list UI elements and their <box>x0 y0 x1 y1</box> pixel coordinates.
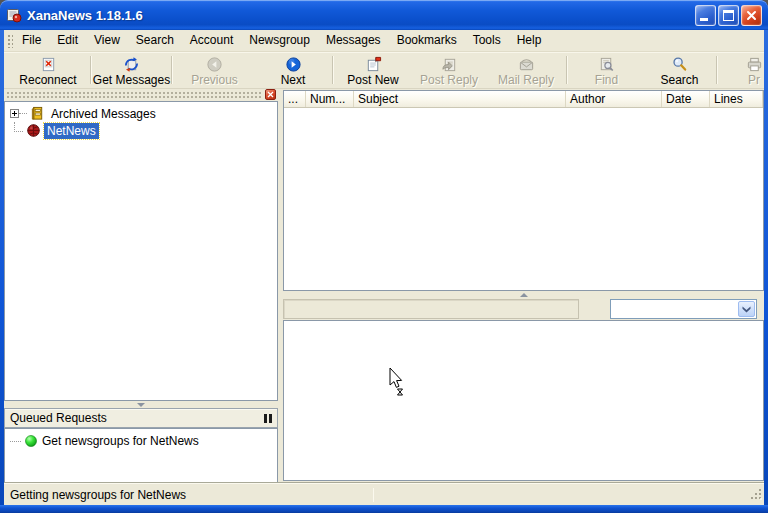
menu-messages[interactable]: Messages <box>318 30 389 51</box>
menubar-gripper[interactable] <box>6 33 13 48</box>
post-new-icon <box>365 56 382 73</box>
collapse-down-icon <box>137 403 145 407</box>
column-header-date[interactable]: Date <box>662 91 710 107</box>
app-icon <box>6 7 22 23</box>
tree-item-netnews[interactable]: NetNews <box>5 122 277 139</box>
green-ball-icon <box>25 435 37 447</box>
title-bar[interactable]: XanaNews 1.18.1.6 <box>0 0 768 30</box>
menu-file[interactable]: File <box>14 30 49 51</box>
message-list: ... Num... Subject Author Date Lines <box>283 90 764 291</box>
column-header-flags[interactable]: ... <box>284 91 306 107</box>
menu-bar: File Edit View Search Account Newsgroup … <box>4 30 764 52</box>
tree-item-label[interactable]: NetNews <box>44 123 99 139</box>
reconnect-button[interactable]: Reconnect <box>7 52 89 88</box>
toolbar-separator <box>171 56 173 84</box>
find-icon <box>598 56 615 73</box>
window-bottom-border <box>0 505 768 513</box>
close-button[interactable] <box>741 5 762 26</box>
maximize-icon <box>723 10 734 21</box>
menu-account[interactable]: Account <box>182 30 241 51</box>
mouse-cursor-icon <box>388 367 406 400</box>
client-area: Archived Messages NetNews Queued Reque <box>4 89 764 483</box>
next-icon <box>285 56 302 73</box>
previous-icon <box>206 56 223 73</box>
archive-icon <box>30 106 45 121</box>
menu-help[interactable]: Help <box>509 30 550 51</box>
reconnect-icon <box>40 56 57 73</box>
column-header-number[interactable]: Num... <box>306 91 354 107</box>
toolbar-separator <box>716 56 718 84</box>
queued-panel-splitter[interactable] <box>4 401 278 408</box>
get-messages-button[interactable]: Get Messages <box>93 52 170 88</box>
newsgroup-combobox[interactable] <box>610 299 757 319</box>
minimize-button[interactable] <box>695 5 716 26</box>
folder-tree: Archived Messages NetNews <box>4 101 278 401</box>
menu-view[interactable]: View <box>86 30 128 51</box>
toolbar-separator <box>90 56 92 84</box>
menu-edit[interactable]: Edit <box>49 30 86 51</box>
post-new-button[interactable]: Post New <box>335 52 411 88</box>
queued-requests-list: Get newsgroups for NetNews <box>4 428 278 483</box>
tree-item-label[interactable]: Archived Messages <box>48 106 159 122</box>
header-info-panel <box>283 299 579 319</box>
folder-panel-close-button[interactable] <box>265 89 276 100</box>
tree-item-archived-messages[interactable]: Archived Messages <box>5 105 277 122</box>
previous-button: Previous <box>174 52 255 88</box>
toolbar-separator <box>566 56 568 84</box>
mail-reply-button: Mail Reply <box>487 52 565 88</box>
pause-icon[interactable] <box>264 414 272 423</box>
main-toolbar: Reconnect Get Messages <box>4 52 764 89</box>
menu-tools[interactable]: Tools <box>465 30 509 51</box>
menu-search[interactable]: Search <box>128 30 182 51</box>
toolbar-separator <box>332 56 334 84</box>
post-reply-icon <box>441 56 458 73</box>
search-button[interactable]: Search <box>644 52 715 88</box>
close-icon <box>266 90 275 99</box>
find-button: Find <box>569 52 644 88</box>
menu-bookmarks[interactable]: Bookmarks <box>389 30 465 51</box>
expand-icon[interactable] <box>10 109 19 118</box>
column-header-lines[interactable]: Lines <box>710 91 763 107</box>
mail-reply-icon <box>518 56 535 73</box>
collapse-up-icon <box>520 293 528 297</box>
queued-request-label: Get newsgroups for NetNews <box>42 434 199 448</box>
status-panel-divider <box>373 488 374 502</box>
status-bar: Getting newsgroups for NetNews <box>4 483 764 505</box>
queued-requests-header: Queued Requests <box>4 408 278 428</box>
post-reply-button: Post Reply <box>411 52 487 88</box>
menu-newsgroup[interactable]: Newsgroup <box>241 30 318 51</box>
status-message: Getting newsgroups for NetNews <box>4 488 186 502</box>
tree-connector <box>14 122 23 132</box>
print-button: Pr <box>719 52 764 88</box>
combobox-dropdown-button[interactable] <box>738 301 755 317</box>
column-header-author[interactable]: Author <box>566 91 662 107</box>
tree-connector <box>10 441 21 442</box>
window-title: XanaNews 1.18.1.6 <box>27 8 143 23</box>
queued-request-item[interactable]: Get newsgroups for NetNews <box>5 434 277 448</box>
print-icon <box>746 56 763 73</box>
grip-dots-icon <box>6 91 262 99</box>
message-view[interactable] <box>283 320 764 481</box>
tree-connector <box>19 113 27 114</box>
get-messages-icon <box>123 56 140 73</box>
next-button[interactable]: Next <box>255 52 331 88</box>
app-window: XanaNews 1.18.1.6 File Edit View Search … <box>0 0 768 513</box>
search-icon <box>671 56 688 73</box>
folder-panel-grip[interactable] <box>4 89 278 101</box>
resize-grip[interactable] <box>749 487 763 504</box>
maximize-button[interactable] <box>718 5 739 26</box>
minimize-icon <box>700 18 708 21</box>
queued-requests-title: Queued Requests <box>10 411 107 425</box>
close-icon <box>742 6 761 25</box>
column-header-subject[interactable]: Subject <box>354 91 566 107</box>
message-view-splitter[interactable] <box>283 291 764 299</box>
chevron-down-icon <box>742 306 751 313</box>
message-list-header: ... Num... Subject Author Date Lines <box>284 91 763 108</box>
news-server-icon <box>26 123 41 138</box>
